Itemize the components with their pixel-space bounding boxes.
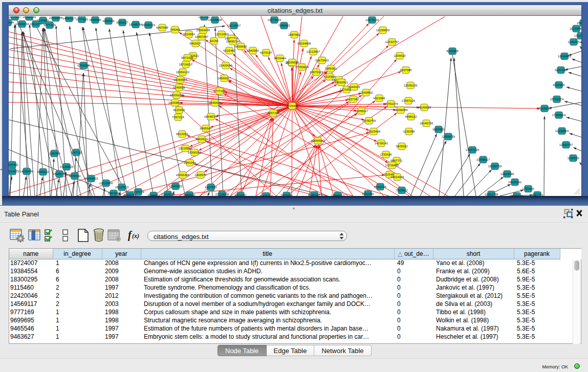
svg-text:9474444: 9474444: [274, 57, 286, 60]
svg-text:7357224: 7357224: [172, 116, 184, 119]
svg-text:9465546: 9465546: [200, 127, 212, 130]
svg-text:8660124: 8660124: [374, 185, 386, 188]
svg-text:9227342: 9227342: [347, 98, 359, 101]
svg-text:9699695: 9699695: [89, 18, 101, 21]
svg-text:8990448: 8990448: [9, 21, 14, 24]
svg-text:15300215: 15300215: [188, 151, 202, 154]
svg-text:14569117: 14569117: [62, 17, 76, 20]
svg-text:15692921: 15692921: [335, 81, 349, 84]
svg-text:12093852: 12093852: [558, 55, 572, 58]
svg-text:9215460: 9215460: [223, 49, 235, 52]
svg-text:6497568: 6497568: [156, 26, 168, 29]
svg-text:7485063: 7485063: [278, 24, 290, 27]
svg-text:1724009: 1724009: [286, 104, 298, 107]
svg-text:23364436: 23364436: [197, 29, 210, 32]
svg-text:8471626: 8471626: [181, 56, 193, 59]
svg-text:13716485: 13716485: [385, 164, 399, 167]
svg-text:1588520: 1588520: [183, 193, 195, 196]
svg-text:62160: 62160: [210, 39, 219, 42]
svg-text:1621072: 1621072: [30, 23, 42, 26]
svg-text:1135359: 1135359: [403, 130, 416, 133]
svg-text:9699695: 9699695: [235, 45, 247, 48]
svg-text:14099489: 14099489: [20, 170, 34, 173]
svg-text:1135359: 1135359: [49, 152, 61, 155]
svg-text:9227342: 9227342: [555, 69, 567, 72]
svg-text:1405572: 1405572: [194, 173, 207, 177]
svg-text:19218506: 19218506: [179, 147, 192, 150]
svg-text:9146821: 9146821: [147, 194, 160, 196]
svg-text:9327500: 9327500: [205, 186, 217, 189]
svg-text:23226058: 23226058: [215, 193, 229, 196]
svg-text:17016504: 17016504: [574, 34, 581, 37]
svg-text:2053346: 2053346: [184, 161, 196, 164]
svg-text:18724007: 18724007: [9, 16, 22, 18]
svg-text:16648764: 16648764: [204, 115, 218, 118]
svg-text:13495794: 13495794: [226, 40, 240, 43]
svg-text:15046766: 15046766: [420, 122, 433, 125]
svg-text:16782759: 16782759: [488, 165, 502, 168]
svg-text:12505135: 12505135: [442, 135, 455, 138]
svg-text:15046766: 15046766: [53, 172, 67, 176]
svg-text:20206536: 20206536: [538, 107, 552, 110]
svg-text:7485063: 7485063: [324, 67, 337, 70]
svg-text:14136141: 14136141: [508, 181, 522, 184]
svg-text:8813054: 8813054: [176, 133, 188, 136]
svg-text:9115460: 9115460: [173, 108, 186, 112]
svg-text:12213369: 12213369: [99, 182, 113, 185]
svg-text:14914479: 14914479: [390, 176, 404, 179]
svg-text:16210643: 16210643: [570, 27, 581, 30]
svg-text:16154808: 16154808: [208, 18, 222, 21]
svg-text:7663822: 7663822: [396, 189, 408, 192]
svg-text:3624554: 3624554: [183, 33, 195, 36]
svg-text:17957225: 17957225: [466, 148, 480, 151]
svg-text:1244415: 1244415: [568, 40, 580, 43]
svg-text:10654122: 10654122: [176, 71, 190, 74]
svg-text:10807487: 10807487: [195, 35, 209, 38]
svg-text:22420046: 22420046: [219, 64, 233, 67]
svg-text:8322037: 8322037: [234, 194, 247, 196]
svg-text:19654923: 19654923: [311, 139, 325, 142]
svg-text:15692921: 15692921: [577, 21, 581, 25]
svg-text:16961758: 16961758: [485, 193, 498, 196]
svg-text:9245652: 9245652: [173, 86, 185, 89]
svg-text:19166825: 19166825: [60, 165, 74, 168]
svg-text:9463627: 9463627: [189, 42, 202, 45]
svg-text:12213967: 12213967: [227, 24, 241, 27]
svg-text:12213967: 12213967: [307, 50, 320, 53]
svg-text:3878332: 3878332: [396, 145, 408, 148]
svg-text:19384554: 19384554: [173, 78, 187, 81]
svg-text:12342757: 12342757: [385, 40, 399, 43]
svg-text:3875685: 3875685: [280, 194, 293, 196]
svg-text:17957225: 17957225: [402, 99, 416, 102]
svg-text:9699695: 9699695: [209, 101, 221, 104]
svg-text:10973493: 10973493: [315, 59, 329, 62]
svg-text:746266: 746266: [170, 28, 181, 31]
svg-text:10958117: 10958117: [355, 110, 368, 113]
svg-text:12156829: 12156829: [555, 129, 569, 133]
svg-text:1154519: 1154519: [394, 54, 406, 57]
svg-text:4498222: 4498222: [37, 170, 49, 173]
svg-text:9097585: 9097585: [432, 128, 445, 131]
svg-text:9323966: 9323966: [553, 83, 565, 86]
svg-text:2687682: 2687682: [288, 33, 300, 36]
svg-text:23420046: 23420046: [161, 193, 175, 196]
svg-text:3267110: 3267110: [71, 151, 83, 154]
svg-text:10543362: 10543362: [169, 185, 183, 188]
svg-text:16107553: 16107553: [115, 186, 129, 189]
svg-text:1640954: 1640954: [247, 49, 259, 52]
svg-text:9097585: 9097585: [400, 69, 412, 72]
svg-text:(x): (x): [132, 232, 139, 239]
svg-text:7625402: 7625402: [9, 163, 18, 166]
svg-text:3878332: 3878332: [69, 174, 81, 178]
svg-text:15751074: 15751074: [384, 102, 398, 105]
svg-text:14569117: 14569117: [217, 77, 231, 80]
svg-text:2867608: 2867608: [107, 192, 120, 195]
svg-text:12923446: 12923446: [367, 130, 381, 133]
svg-text:14136141: 14136141: [375, 142, 388, 145]
svg-text:16782759: 16782759: [362, 119, 376, 122]
svg-text:12505135: 12505135: [404, 84, 418, 87]
svg-text:20206536: 20206536: [286, 61, 299, 64]
svg-text:9857771: 9857771: [531, 193, 543, 196]
svg-text:8215958: 8215958: [446, 50, 459, 53]
svg-text:11325419: 11325419: [259, 194, 273, 196]
